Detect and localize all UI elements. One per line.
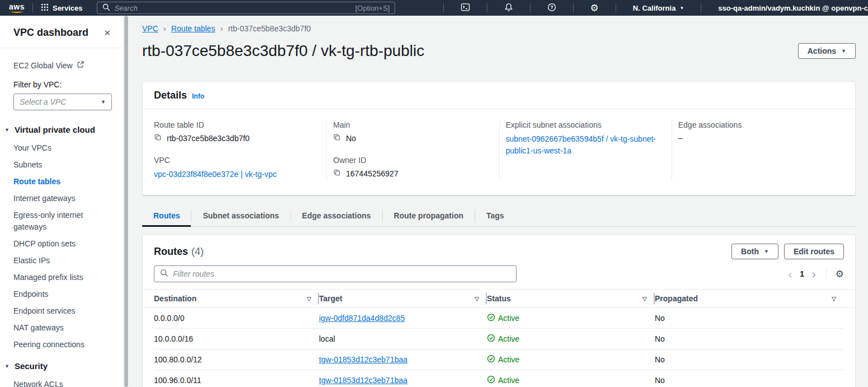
- filter-triangle-icon[interactable]: ▽: [642, 296, 647, 302]
- account-label: sso-qa-admin/vadym.kuchkin @ openvpn-c: [718, 4, 868, 12]
- breadcrumb-vpc[interactable]: VPC: [142, 24, 158, 33]
- vpc-select-dropdown[interactable]: Select a VPC ▼: [13, 94, 112, 110]
- sidebar-item-endpoint-services[interactable]: Endpoint services: [13, 305, 112, 317]
- sidebar-scrollbar[interactable]: [123, 16, 129, 387]
- sidebar-item-dhcp-option-sets[interactable]: DHCP option sets: [13, 238, 112, 250]
- destination-value: 10.0.0.0/16: [154, 334, 193, 343]
- routes-heading: Routes: [154, 246, 188, 258]
- tab-edge-associations[interactable]: Edge associations: [291, 206, 382, 226]
- target-link[interactable]: tgw-01853d12c3eb71baa: [319, 376, 407, 385]
- sidebar-item-route-tables[interactable]: Route tables: [13, 176, 112, 188]
- field-main: Main No: [333, 120, 489, 143]
- field-edge-associations: Edge associations –: [678, 120, 834, 142]
- breadcrumb-separator-icon: ›: [163, 24, 166, 33]
- copy-icon[interactable]: [333, 169, 341, 178]
- breadcrumb-separator-icon: ›: [220, 24, 223, 33]
- subnet-association-link[interactable]: subnet-0962667be63594b5f / vk-tg-subnet-…: [506, 133, 661, 157]
- cloudshell-button[interactable]: [452, 3, 479, 13]
- sidebar-item-elastic-ips[interactable]: Elastic IPs: [13, 255, 112, 267]
- sidebar-item-your-vpcs[interactable]: Your VPCs: [13, 142, 112, 154]
- breadcrumb-route-tables[interactable]: Route tables: [171, 24, 215, 33]
- services-menu-button[interactable]: Services: [41, 3, 83, 13]
- destination-value: 100.80.0.0/12: [154, 355, 202, 364]
- sidebar-item-endpoints[interactable]: Endpoints: [13, 288, 112, 300]
- help-question-icon: ?: [547, 3, 556, 13]
- scrollbar-thumb[interactable]: [124, 16, 128, 387]
- sidebar-item-network-acls[interactable]: Network ACLs: [13, 379, 112, 387]
- column-header-target[interactable]: Target ▽: [319, 290, 487, 307]
- next-page-button[interactable]: ›: [812, 268, 816, 279]
- table-row: 10.0.0.0/16 local Active No: [143, 329, 855, 349]
- services-label: Services: [53, 4, 83, 12]
- field-label: Owner ID: [333, 156, 489, 165]
- section-collapse-icon: ▼: [4, 127, 10, 133]
- chevron-down-icon: ▼: [841, 48, 846, 54]
- routes-table: Destination ▽ Target ▽ Status ▽ Propag: [143, 289, 855, 387]
- filter-triangle-icon[interactable]: ▽: [475, 296, 479, 302]
- sidebar-item-ec2-global-view[interactable]: EC2 Global View: [13, 60, 112, 70]
- chevron-down-icon: ▼: [101, 99, 106, 105]
- column-header-propagated[interactable]: Propagated ▽: [655, 290, 844, 307]
- sidebar-item-internet-gateways[interactable]: Internet gateways: [13, 193, 112, 204]
- sidebar-section-virtual-private-cloud[interactable]: ▼ Virtual private cloud: [4, 125, 112, 134]
- details-panel: Details Info Route table ID rtb-037ce5b8…: [142, 81, 856, 195]
- notifications-button[interactable]: [495, 3, 522, 13]
- copy-icon[interactable]: [333, 133, 341, 143]
- target-link[interactable]: igw-0dfd871da4d8d2c85: [319, 314, 405, 323]
- aws-logo-text: aws: [9, 3, 25, 11]
- sidebar-title: VPC dashboard: [13, 27, 88, 39]
- tab-routes[interactable]: Routes: [142, 206, 191, 226]
- search-input[interactable]: Search [Option+S]: [97, 2, 395, 14]
- account-menu[interactable]: sso-qa-admin/vadym.kuchkin @ openvpn-c: [709, 4, 868, 12]
- help-button[interactable]: ?: [538, 3, 565, 13]
- aws-logo[interactable]: aws: [9, 3, 25, 13]
- target-link[interactable]: tgw-01853d12c3eb71baa: [319, 355, 407, 364]
- column-header-destination[interactable]: Destination ▽: [154, 290, 319, 307]
- vpc-link[interactable]: vpc-03d23f84f8e0e372e | vk-tg-vpc: [154, 169, 316, 180]
- filter-routes-input[interactable]: Filter routes: [154, 265, 517, 282]
- tab-route-propagation[interactable]: Route propagation: [383, 206, 475, 226]
- column-label: Target: [319, 294, 342, 303]
- search-shortcut-hint: [Option+S]: [355, 4, 390, 12]
- target-value: local: [319, 334, 335, 343]
- tab-tags[interactable]: Tags: [475, 206, 515, 226]
- previous-page-button[interactable]: ‹: [789, 268, 792, 279]
- field-label: Main: [333, 120, 489, 129]
- actions-label: Actions: [808, 46, 836, 55]
- cloudshell-terminal-icon: [461, 3, 470, 13]
- both-label: Both: [741, 247, 759, 256]
- actions-button[interactable]: Actions ▼: [798, 43, 856, 59]
- settings-button[interactable]: ⚙: [581, 3, 608, 13]
- status-check-icon: [487, 334, 495, 344]
- notifications-bell-icon: [504, 3, 513, 13]
- sidebar-close-button[interactable]: ✕: [104, 28, 111, 38]
- destination-value: 0.0.0.0/0: [154, 314, 185, 323]
- tab-subnet-associations[interactable]: Subnet associations: [191, 206, 290, 226]
- info-link[interactable]: Info: [192, 92, 204, 100]
- both-filter-dropdown[interactable]: Both ▼: [731, 244, 778, 259]
- sidebar-item-managed-prefix-lists[interactable]: Managed prefix lists: [13, 272, 112, 283]
- field-label: Route table ID: [154, 120, 316, 129]
- sidebar-item-peering-connections[interactable]: Peering connections: [13, 339, 112, 351]
- sidebar-section-security[interactable]: ▼ Security: [4, 361, 112, 371]
- sidebar-item-subnets[interactable]: Subnets: [13, 159, 112, 171]
- field-owner-id: Owner ID 167445256927: [333, 156, 489, 178]
- copy-icon[interactable]: [154, 133, 162, 143]
- edit-routes-button[interactable]: Edit routes: [784, 244, 844, 259]
- search-icon: [160, 269, 168, 279]
- chevron-right-icon: ›: [812, 268, 816, 280]
- sidebar-item-egress-only-internet-gateways[interactable]: Egress-only internet gateways: [13, 209, 112, 233]
- sidebar-item-nat-gateways[interactable]: NAT gateways: [13, 322, 112, 334]
- status-badge: Active: [498, 314, 519, 323]
- svg-text:?: ?: [550, 4, 553, 10]
- filter-triangle-icon[interactable]: ▽: [307, 296, 311, 302]
- column-header-status[interactable]: Status ▽: [487, 290, 655, 307]
- region-selector[interactable]: N. California ▼: [624, 4, 693, 12]
- column-label: Destination: [154, 294, 196, 303]
- routes-panel: Routes (4) Both ▼ Edit routes: [142, 235, 856, 387]
- status-badge: Active: [498, 334, 519, 343]
- external-link-icon: [77, 60, 85, 70]
- filter-triangle-icon[interactable]: ▽: [832, 296, 836, 302]
- table-preferences-button[interactable]: ⚙: [836, 269, 844, 279]
- field-value: rtb-037ce5b8e3c3db7f0: [167, 134, 250, 143]
